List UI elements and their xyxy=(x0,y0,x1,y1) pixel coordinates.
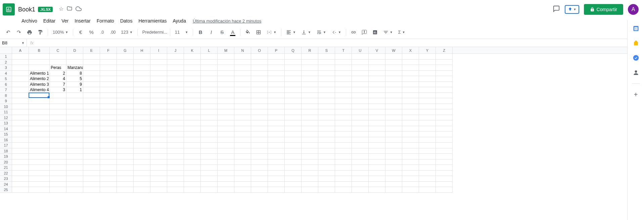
cell-x9[interactable] xyxy=(402,98,419,104)
cell-i12[interactable] xyxy=(150,115,167,121)
cell-i22[interactable] xyxy=(150,171,167,176)
cell-j6[interactable] xyxy=(167,82,184,87)
cell-a15[interactable] xyxy=(12,132,29,137)
cell-f24[interactable] xyxy=(100,182,117,187)
cell-r2[interactable] xyxy=(302,60,318,65)
cell-b17[interactable] xyxy=(29,143,50,148)
cell-p5[interactable] xyxy=(268,76,285,82)
cell-g18[interactable] xyxy=(117,148,134,154)
cell-j25[interactable] xyxy=(167,187,184,193)
cell-x17[interactable] xyxy=(402,143,419,148)
cell-s23[interactable] xyxy=(318,176,335,182)
menu-insertar[interactable]: Insertar xyxy=(72,17,93,25)
cell-d15[interactable] xyxy=(66,132,83,137)
cell-f5[interactable] xyxy=(100,76,117,82)
cell-s1[interactable] xyxy=(318,54,335,60)
merge-cells-dropdown[interactable]: ▼ xyxy=(265,28,278,37)
column-header-h[interactable]: H xyxy=(134,47,150,53)
cell-t19[interactable] xyxy=(335,154,352,159)
cell-b19[interactable] xyxy=(29,154,50,159)
cell-o13[interactable] xyxy=(251,120,268,126)
cell-q9[interactable] xyxy=(285,98,302,104)
cell-m11[interactable] xyxy=(218,109,234,115)
cell-q3[interactable] xyxy=(285,65,302,71)
cell-d9[interactable] xyxy=(66,98,83,104)
cell-l1[interactable] xyxy=(201,54,218,60)
cell-t22[interactable] xyxy=(335,171,352,176)
cell-c23[interactable] xyxy=(50,176,66,182)
cell-j2[interactable] xyxy=(167,60,184,65)
cell-l7[interactable] xyxy=(201,87,218,93)
row-header-15[interactable]: 15 xyxy=(0,132,12,137)
cell-k2[interactable] xyxy=(184,60,201,65)
cell-x6[interactable] xyxy=(402,82,419,87)
cell-i10[interactable] xyxy=(150,104,167,110)
cell-q22[interactable] xyxy=(285,171,302,176)
cell-q13[interactable] xyxy=(285,120,302,126)
cell-b18[interactable] xyxy=(29,148,50,154)
row-header-13[interactable]: 13 xyxy=(0,120,12,126)
column-header-b[interactable]: B xyxy=(29,47,50,53)
cell-w2[interactable] xyxy=(385,60,402,65)
cell-i14[interactable] xyxy=(150,126,167,132)
cell-i25[interactable] xyxy=(150,187,167,193)
cell-i8[interactable] xyxy=(150,93,167,99)
cell-n7[interactable] xyxy=(234,87,251,93)
vertical-align-dropdown[interactable]: ▼ xyxy=(299,28,313,37)
row-header-25[interactable]: 25 xyxy=(0,187,12,193)
cell-q21[interactable] xyxy=(285,165,302,171)
cell-c12[interactable] xyxy=(50,115,66,121)
cell-t12[interactable] xyxy=(335,115,352,121)
cell-x15[interactable] xyxy=(402,132,419,137)
currency-icon[interactable]: € xyxy=(76,28,85,37)
cell-n20[interactable] xyxy=(234,159,251,165)
cell-o19[interactable] xyxy=(251,154,268,159)
cell-x16[interactable] xyxy=(402,137,419,143)
cell-s24[interactable] xyxy=(318,182,335,187)
cell-t21[interactable] xyxy=(335,165,352,171)
cell-f25[interactable] xyxy=(100,187,117,193)
cell-o22[interactable] xyxy=(251,171,268,176)
cell-o25[interactable] xyxy=(251,187,268,193)
cell-y11[interactable] xyxy=(419,109,436,115)
cell-e21[interactable] xyxy=(83,165,100,171)
cell-z9[interactable] xyxy=(436,98,453,104)
cell-o2[interactable] xyxy=(251,60,268,65)
cell-x3[interactable] xyxy=(402,65,419,71)
cell-z20[interactable] xyxy=(436,159,453,165)
cell-g7[interactable] xyxy=(117,87,134,93)
cell-r18[interactable] xyxy=(302,148,318,154)
cell-z23[interactable] xyxy=(436,176,453,182)
cell-q7[interactable] xyxy=(285,87,302,93)
cloud-icon[interactable] xyxy=(76,6,82,13)
cell-z24[interactable] xyxy=(436,182,453,187)
cell-q23[interactable] xyxy=(285,176,302,182)
keep-icon[interactable] xyxy=(632,39,640,47)
cell-y7[interactable] xyxy=(419,87,436,93)
cell-u17[interactable] xyxy=(352,143,369,148)
cell-d14[interactable] xyxy=(66,126,83,132)
cell-s5[interactable] xyxy=(318,76,335,82)
cell-e1[interactable] xyxy=(83,54,100,60)
menu-herramientas[interactable]: Herramientas xyxy=(136,17,169,25)
cell-m4[interactable] xyxy=(218,71,234,76)
cell-w12[interactable] xyxy=(385,115,402,121)
cell-y17[interactable] xyxy=(419,143,436,148)
cell-v3[interactable] xyxy=(369,65,385,71)
cell-d19[interactable] xyxy=(66,154,83,159)
cell-j7[interactable] xyxy=(167,87,184,93)
cell-y24[interactable] xyxy=(419,182,436,187)
cell-b6[interactable]: Alimento 3 xyxy=(29,82,50,87)
cell-k7[interactable] xyxy=(184,87,201,93)
cell-r21[interactable] xyxy=(302,165,318,171)
cell-g22[interactable] xyxy=(117,171,134,176)
cell-j20[interactable] xyxy=(167,159,184,165)
cell-h20[interactable] xyxy=(134,159,150,165)
cell-a10[interactable] xyxy=(12,104,29,110)
cell-v19[interactable] xyxy=(369,154,385,159)
row-header-9[interactable]: 9 xyxy=(0,98,12,104)
cell-z2[interactable] xyxy=(436,60,453,65)
cell-h6[interactable] xyxy=(134,82,150,87)
cell-e10[interactable] xyxy=(83,104,100,110)
cell-h22[interactable] xyxy=(134,171,150,176)
